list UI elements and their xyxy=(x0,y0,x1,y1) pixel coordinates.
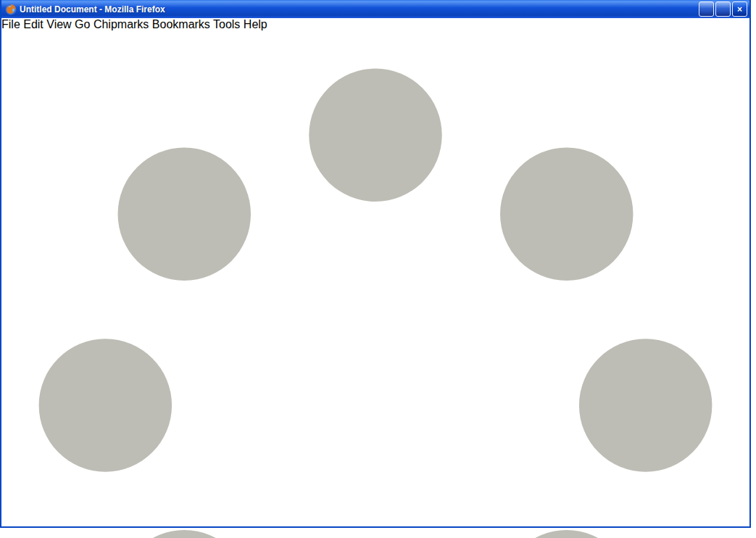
firefox-icon xyxy=(5,4,17,15)
screenshot-root: { "window": { "title": "Untitled Documen… xyxy=(0,0,756,538)
title-bar[interactable]: Untitled Document - Mozilla Firefox × xyxy=(1,0,749,18)
menu-go[interactable]: Go xyxy=(75,18,90,30)
menu-bookmarks[interactable]: Bookmarks xyxy=(152,18,210,30)
menu-bar: File Edit View Go Chipmarks Bookmarks To… xyxy=(1,18,749,538)
throbber-icon xyxy=(1,31,749,538)
close-icon: × xyxy=(737,5,742,14)
menu-view[interactable]: View xyxy=(46,18,71,30)
browser-window: Untitled Document - Mozilla Firefox × Fi… xyxy=(0,0,751,528)
minimize-button[interactable] xyxy=(699,1,714,17)
menu-file[interactable]: File xyxy=(1,18,20,30)
window-title: Untitled Document - Mozilla Firefox xyxy=(20,4,697,15)
menu-tools[interactable]: Tools xyxy=(213,18,240,30)
close-button[interactable]: × xyxy=(732,1,747,17)
menu-edit[interactable]: Edit xyxy=(23,18,43,30)
maximize-button[interactable] xyxy=(715,1,731,17)
menu-help[interactable]: Help xyxy=(244,18,267,30)
menu-chipmarks[interactable]: Chipmarks xyxy=(94,18,149,30)
